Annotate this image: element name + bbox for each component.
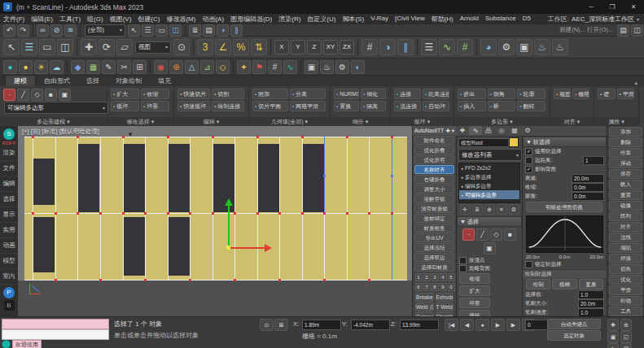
menu-item[interactable]: 渲染(R): [275, 15, 304, 24]
id-digit-button[interactable]: 2: [423, 273, 431, 281]
selection-button[interactable]: 循环: [459, 310, 490, 316]
proxy-tool-icon[interactable]: ●: [3, 60, 17, 74]
right-dock-button[interactable]: 塌陷: [609, 243, 642, 253]
border-icon[interactable]: ◇: [31, 89, 43, 101]
ramp-tool-icon[interactable]: ⊿: [200, 60, 214, 74]
select-and-link-icon[interactable]: ∞: [37, 24, 49, 37]
ribbon-tab[interactable]: 填充: [150, 76, 179, 86]
ribbon-button[interactable]: ▪距离连接: [423, 89, 449, 99]
rectangular-region-icon[interactable]: ▭: [156, 24, 168, 37]
mirror-icon[interactable]: ◑: [217, 24, 229, 37]
id-digit-button[interactable]: 3: [432, 273, 439, 281]
workspace-selector[interactable]: 工作区: AEC_深圳标准工作区 ▾: [548, 15, 644, 24]
script-tool-button[interactable]: T Weld: [436, 302, 454, 311]
editable-poly-combo[interactable]: 可编辑多边形▾: [4, 102, 108, 114]
right-dock-button[interactable]: 镜像: [609, 201, 642, 211]
ribbon-button[interactable]: ▪切片平面: [252, 101, 288, 111]
paint-button[interactable]: 复原: [579, 279, 603, 289]
right-dock-button[interactable]: 载入: [609, 180, 642, 189]
scissors-tool-icon[interactable]: ✂: [117, 60, 131, 74]
script-tool-button[interactable]: 溶解空锁: [414, 194, 454, 203]
coord-x-field[interactable]: 1.89m: [302, 320, 341, 330]
gizmo-x-axis[interactable]: [229, 247, 265, 249]
ribbon-button[interactable]: ▪插入: [458, 101, 486, 111]
render-region-icon[interactable]: ▣: [304, 60, 318, 74]
id-digit-button[interactable]: 9: [440, 283, 447, 291]
key-mode-icon[interactable]: ●: [475, 319, 489, 331]
hash-grid-icon[interactable]: #: [268, 60, 282, 74]
window-opening[interactable]: [124, 144, 145, 212]
script-tool-button[interactable]: 材质检查: [414, 224, 454, 233]
pan-icon[interactable]: ✚: [607, 319, 619, 331]
restrict-xy-button[interactable]: XY: [323, 40, 338, 54]
create-tab[interactable]: ✚: [456, 126, 469, 135]
brush-strength-field[interactable]: 1.0: [578, 308, 604, 316]
views-grid-icon[interactable]: ▤: [617, 24, 629, 37]
maxscript-mini-listener-white[interactable]: [2, 329, 109, 340]
next-frame-icon[interactable]: ▶: [506, 319, 520, 331]
flag-tool-icon[interactable]: ⚑: [252, 60, 266, 74]
schematic-view-icon[interactable]: #: [457, 39, 473, 55]
script-tool-button[interactable]: 优化折叠: [414, 146, 454, 154]
left-dock-tab[interactable]: 文件: [0, 161, 18, 176]
paint-button[interactable]: 模糊: [552, 279, 576, 289]
id-digit-button[interactable]: 8: [432, 283, 439, 291]
ribbon-button[interactable]: ▪快速循环: [177, 101, 210, 111]
play-icon[interactable]: ▶: [491, 319, 505, 331]
angle-snap-icon[interactable]: ∠: [215, 39, 231, 55]
object-name-field[interactable]: 模型Root: [458, 138, 509, 147]
window-opening[interactable]: [303, 144, 324, 212]
right-dock-button[interactable]: 停靠: [609, 148, 642, 158]
shaded-face-toggle-button[interactable]: 明暗处理面切换: [526, 202, 602, 212]
diamond2-tool-icon[interactable]: ◇: [216, 60, 230, 74]
menu-item[interactable]: 组(G): [84, 15, 107, 24]
id-digit-button[interactable]: 7: [423, 283, 431, 291]
left-dock-tab[interactable]: 实用: [0, 223, 18, 238]
configure-modifier-sets-icon[interactable]: ⚙: [509, 204, 519, 215]
script-panel-header[interactable]: AutoNaviITT✚ ▾: [413, 126, 456, 135]
id-digit-button[interactable]: 1: [415, 273, 423, 281]
edge-distance-checkbox[interactable]: [525, 157, 532, 164]
rectangular-region-icon[interactable]: ▭: [39, 39, 55, 55]
modifier-list-combo[interactable]: 修改器列表 ▾: [458, 149, 522, 161]
ribbon-button[interactable]: ▪置换: [334, 101, 359, 111]
hierarchy-tab[interactable]: 品: [482, 126, 495, 135]
reference-coordinate-combo[interactable]: 视图▾: [135, 41, 171, 54]
left-dock-tab[interactable]: 模型: [0, 254, 18, 269]
window-opening[interactable]: [78, 144, 99, 212]
use-pivot-center-icon[interactable]: ⊙: [173, 39, 190, 55]
script-tool-button[interactable]: 坐标绑定: [414, 214, 454, 223]
welcome-toggle[interactable]: 欢迎使用: [2, 340, 42, 348]
ribbon-button[interactable]: ▪NURMS: [334, 89, 359, 99]
select-by-name-icon[interactable]: ☰: [21, 39, 37, 55]
window-opening[interactable]: [33, 159, 55, 205]
modifier-stack-item[interactable]: ●可编辑多边形: [459, 190, 519, 199]
selection-rollout-header[interactable]: ▼ 选择: [457, 216, 522, 227]
selection-button[interactable]: 扩大: [459, 285, 490, 296]
cloud-tool-icon[interactable]: ☁: [50, 60, 64, 74]
plugin-logo3-icon[interactable]: B: [4, 300, 15, 311]
menu-item[interactable]: 创建(C): [134, 15, 163, 24]
edit-named-selection-icon[interactable]: #: [361, 39, 378, 55]
menu-item[interactable]: 文件(F): [0, 15, 28, 24]
orbit-icon[interactable]: ⟳: [607, 343, 619, 348]
polygon-icon[interactable]: ■: [504, 228, 516, 241]
select-and-rotate-icon[interactable]: ⟳: [99, 39, 115, 55]
settings2-icon[interactable]: ⚙: [335, 60, 349, 74]
edge-distance-field[interactable]: 1: [583, 156, 604, 165]
ribbon-button[interactable]: ▪自动环: [423, 101, 449, 111]
left-dock-tab[interactable]: 动画: [0, 238, 18, 254]
menu-item[interactable]: [Civil View: [392, 15, 428, 24]
ribbon-button[interactable]: ▪绘制连接: [212, 101, 244, 111]
material-editor-icon[interactable]: ◕: [480, 39, 497, 55]
ribbon-button[interactable]: ▪桥: [488, 101, 516, 111]
left-dock-tab[interactable]: 室内: [0, 269, 18, 285]
rendered-frame-icon[interactable]: ▣: [516, 39, 532, 55]
coord-y-field[interactable]: -4.042m: [351, 320, 390, 330]
add-grid-icon[interactable]: ⊞: [133, 60, 147, 74]
left-dock-tab[interactable]: 编辑: [0, 176, 18, 192]
window-opening[interactable]: [169, 144, 190, 212]
script-tool-button[interactable]: Weld 点: [415, 302, 434, 311]
right-dock-button[interactable]: 法线: [609, 233, 642, 242]
script-tool-button[interactable]: 优化所有: [414, 155, 454, 164]
